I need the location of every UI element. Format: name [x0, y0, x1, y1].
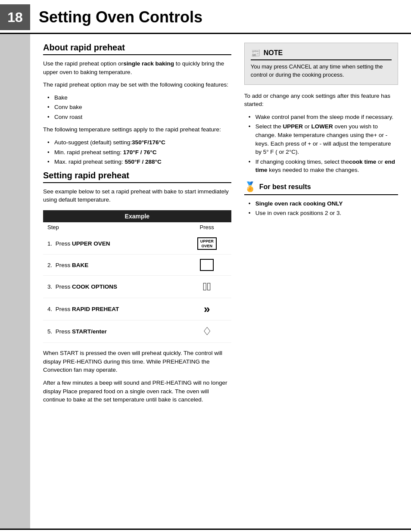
- page-footer: [0, 529, 411, 532]
- temp-bullets: Auto-suggest (default) setting:350°F/176…: [47, 138, 231, 166]
- about-heading: About rapid preheat: [43, 43, 231, 55]
- best-results-heading: For best results: [259, 183, 311, 191]
- page-title: Setting Oven Controls: [39, 8, 202, 26]
- list-item: Bake: [47, 93, 231, 102]
- right-bullets: Wake control panel from the sleep mode i…: [249, 113, 398, 174]
- col-press: Press: [183, 222, 231, 233]
- upper-oven-icon: UPPEROVEN: [197, 237, 217, 250]
- setting-para: See example below to set a rapid preheat…: [43, 187, 231, 204]
- note-box: 📰 NOTE You may press CANCEL at any time …: [244, 43, 398, 85]
- content-area: About rapid preheat Use the rapid prehea…: [30, 34, 411, 529]
- cook-options-icon: ✓⃝: [203, 280, 211, 293]
- note-header: 📰 NOTE: [251, 48, 392, 60]
- best-bullets: Single oven rack cooking ONLY Use in ove…: [249, 199, 398, 218]
- start-icon: ♢: [202, 325, 212, 338]
- list-item: Auto-suggest (default) setting:350°F/176…: [47, 138, 231, 147]
- step-4-icon: »: [183, 298, 231, 320]
- best-results: 🏅 For best results Single oven rack cook…: [244, 181, 398, 218]
- list-item: Wake control panel from the sleep mode i…: [249, 113, 398, 121]
- list-item: Use in oven rack positions 2 or 3.: [249, 209, 398, 218]
- note-icon: 📰: [251, 48, 260, 58]
- example-table: Example Step Press 1. Press UPPER OVEN U…: [43, 210, 231, 343]
- step-1-icon: UPPEROVEN: [183, 233, 231, 255]
- step-5-icon: ♢: [183, 320, 231, 343]
- step-3-icon: ✓⃝: [183, 276, 231, 298]
- note-heading: NOTE: [264, 49, 283, 57]
- list-item: If changing cooking times, select thecoo…: [249, 158, 398, 174]
- step-5-label: 5. Press START/enter: [43, 320, 183, 343]
- step-4-label: 4. Press RAPID PREHEAT: [43, 298, 183, 320]
- bake-icon: [200, 259, 214, 271]
- list-item: Max. rapid preheat setting: 550°F / 288°…: [47, 158, 231, 166]
- page-header: 18 Setting Oven Controls: [0, 0, 411, 34]
- setting-heading: Setting rapid preheat: [43, 171, 231, 183]
- step-2-icon: [183, 255, 231, 276]
- sidebar: [0, 34, 30, 529]
- after-para2: After a few minutes a beep will sound an…: [43, 379, 231, 404]
- after-para1: When START is pressed the oven will preh…: [43, 349, 231, 374]
- about-para3: The following temperature settings apply…: [43, 125, 231, 134]
- left-column: About rapid preheat Use the rapid prehea…: [43, 43, 231, 520]
- right-column: 📰 NOTE You may press CANCEL at any time …: [244, 43, 398, 520]
- about-bullets: Bake Conv bake Conv roast: [47, 93, 231, 121]
- best-results-header: 🏅 For best results: [244, 181, 398, 195]
- about-para2: The rapid preheat option may be set with…: [43, 81, 231, 89]
- about-para1: Use the rapid preheat option orsingle ra…: [43, 59, 231, 76]
- table-header: Example: [43, 210, 231, 222]
- col-step: Step: [43, 222, 183, 233]
- step-1-label: 1. Press UPPER OVEN: [43, 233, 183, 255]
- page: 18 Setting Oven Controls About rapid pre…: [0, 0, 411, 532]
- list-item: Conv bake: [47, 103, 231, 112]
- medal-icon: 🏅: [244, 181, 256, 193]
- list-item: Single oven rack cooking ONLY: [249, 199, 398, 208]
- step-2-label: 2. Press BAKE: [43, 255, 183, 276]
- list-item: Min. rapid preheat setting: 170°F / 76°C: [47, 148, 231, 157]
- step-3-label: 3. Press COOK OPTIONS: [43, 276, 183, 298]
- main-content: About rapid preheat Use the rapid prehea…: [0, 34, 411, 529]
- rapid-preheat-icon: »: [204, 302, 210, 315]
- note-text: You may press CANCEL at any time when se…: [251, 63, 392, 79]
- list-item: Conv roast: [47, 113, 231, 121]
- right-para: To add or change any cook settings after…: [244, 92, 398, 109]
- page-number: 18: [0, 4, 30, 30]
- list-item: Select the UPPER or LOWER oven you wish …: [249, 122, 398, 156]
